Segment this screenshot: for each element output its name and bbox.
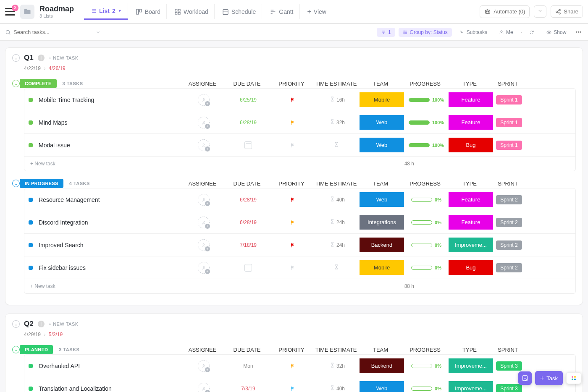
priority-cell[interactable] (270, 265, 315, 271)
task-row[interactable]: Discord Integration 6/28/19 24h Integrat… (24, 211, 575, 234)
due-date[interactable]: 6/25/19 (240, 97, 257, 103)
progress-cell[interactable]: 0% (404, 363, 449, 368)
task-row[interactable]: Resource Management 6/28/19 40h Web 0% F… (24, 188, 575, 211)
task-name[interactable]: Improved Search (39, 242, 181, 248)
task-row[interactable]: Modal issue Web 100% Bug Sprint 1 (24, 134, 575, 157)
due-cell[interactable]: 7/3/19 (226, 386, 270, 392)
type-cell[interactable]: Improveme... (449, 358, 493, 373)
tab-workload[interactable]: Workload (168, 4, 215, 19)
chevron-down-icon[interactable] (96, 30, 101, 35)
team-cell[interactable]: Backend (360, 238, 404, 252)
tab-board[interactable]: Board (130, 4, 167, 19)
new-task-button[interactable]: + Task (535, 371, 563, 385)
sprint-cell[interactable]: Sprint 2 (493, 195, 525, 204)
due-cell[interactable]: 7/18/19 (226, 242, 270, 248)
sprint-cell[interactable]: Sprint 1 (493, 95, 525, 105)
tab-list[interactable]: List 2 ▼ (84, 3, 128, 20)
team-cell[interactable]: Web (360, 115, 404, 130)
menu-icon[interactable]: 3 (5, 8, 15, 16)
search-box[interactable] (5, 29, 106, 35)
progress-cell[interactable]: 0% (404, 386, 449, 391)
team-cell[interactable]: Backend (360, 358, 404, 373)
task-row[interactable]: Mind Maps 6/28/19 32h Web 100% Feature S… (24, 111, 575, 134)
task-row[interactable]: Overhauled API Mon 32h Backend 0% Improv… (24, 355, 575, 377)
assignee-cell[interactable] (181, 117, 226, 128)
type-cell[interactable]: Bug (449, 138, 493, 152)
priority-cell[interactable] (270, 386, 315, 392)
due-date[interactable]: 7/18/19 (240, 242, 257, 248)
search-input[interactable] (13, 29, 81, 35)
folder-icon[interactable] (20, 5, 34, 19)
sprint-cell[interactable]: Sprint 3 (493, 361, 525, 371)
sprint-cell[interactable]: Sprint 1 (493, 141, 525, 150)
due-date[interactable]: 6/28/19 (240, 120, 257, 125)
task-name[interactable]: Translation and Localization (39, 385, 181, 392)
task-row[interactable]: Translation and Localization 7/3/19 40h … (24, 377, 575, 392)
add-task-link[interactable]: + New task (30, 161, 55, 167)
time-cell[interactable]: 16h (315, 96, 360, 103)
priority-cell[interactable] (270, 242, 315, 248)
assignees-pill[interactable] (525, 28, 539, 37)
task-name[interactable]: Discord Integration (39, 219, 181, 226)
due-cell[interactable] (226, 264, 270, 272)
automate-button[interactable]: Automate (0) (480, 5, 530, 18)
type-cell[interactable]: Feature (449, 192, 493, 207)
due-date-empty[interactable] (244, 141, 252, 149)
status-label[interactable]: PLANNED (20, 345, 53, 354)
sprint-cell[interactable]: Sprint 2 (493, 263, 525, 272)
time-cell[interactable]: 24h (315, 241, 360, 248)
new-task-link[interactable]: + NEW TASK (49, 55, 79, 60)
task-row[interactable]: Improved Search 7/18/19 24h Backend 0% I… (24, 234, 575, 256)
collapse-icon[interactable]: ⌄ (12, 80, 20, 87)
type-cell[interactable]: Feature (449, 115, 493, 130)
automate-dropdown[interactable] (534, 5, 546, 18)
new-task-link[interactable]: + NEW TASK (49, 321, 79, 327)
due-date[interactable]: 7/3/19 (241, 386, 255, 392)
assignee-cell[interactable] (181, 139, 226, 151)
type-cell[interactable]: Improveme... (449, 238, 493, 252)
quarter-title[interactable]: Q2 (24, 320, 34, 328)
me-pill[interactable]: Me (495, 28, 517, 37)
subtasks-pill[interactable]: Subtasks (455, 28, 491, 37)
priority-cell[interactable] (270, 220, 315, 225)
collapse-icon[interactable]: ⌄ (12, 54, 20, 62)
share-button[interactable]: Share (551, 5, 583, 18)
time-cell[interactable]: 24h (315, 219, 360, 226)
assignee-cell[interactable] (181, 262, 226, 274)
sprint-cell[interactable]: Sprint 2 (493, 240, 525, 250)
due-cell[interactable]: 6/28/19 (226, 220, 270, 225)
time-cell[interactable]: 32h (315, 119, 360, 126)
status-label[interactable]: COMPLETE (20, 79, 57, 88)
quarter-title[interactable]: Q1 (24, 54, 34, 62)
show-pill[interactable]: Show (542, 28, 570, 37)
due-cell[interactable]: 6/28/19 (226, 120, 270, 125)
team-cell[interactable]: Mobile (360, 92, 404, 107)
task-name[interactable]: Mobile Time Tracking (39, 97, 181, 103)
team-cell[interactable]: Integrations (360, 215, 404, 230)
task-name[interactable]: Fix sidebar issues (39, 264, 181, 271)
assignee-cell[interactable] (181, 194, 226, 206)
due-date-empty[interactable] (244, 264, 252, 272)
filter-pill[interactable]: 1 (377, 28, 395, 37)
task-name[interactable]: Overhauled API (39, 363, 181, 369)
info-icon[interactable]: i (38, 55, 45, 61)
team-cell[interactable]: Web (360, 138, 404, 152)
progress-cell[interactable]: 100% (404, 97, 449, 102)
team-cell[interactable]: Web (360, 192, 404, 207)
sprint-cell[interactable]: Sprint 1 (493, 118, 525, 127)
team-cell[interactable]: Web (360, 381, 404, 392)
priority-cell[interactable] (270, 363, 315, 369)
due-date[interactable]: 6/28/19 (240, 220, 257, 225)
progress-cell[interactable]: 100% (404, 143, 449, 148)
task-row[interactable]: Fix sidebar issues Mobile 0% Bug Sprint … (24, 256, 575, 279)
task-name[interactable]: Resource Management (39, 196, 181, 203)
add-task-link[interactable]: + New task (30, 283, 55, 289)
due-cell[interactable]: 6/25/19 (226, 97, 270, 103)
hourglass-icon[interactable] (334, 141, 339, 149)
groupby-pill[interactable]: Group by: Status (399, 28, 452, 37)
collapse-icon[interactable]: ⌄ (12, 346, 20, 353)
assignee-cell[interactable] (181, 383, 226, 392)
type-cell[interactable]: Feature (449, 92, 493, 107)
priority-cell[interactable] (270, 97, 315, 103)
progress-cell[interactable]: 0% (404, 220, 449, 225)
